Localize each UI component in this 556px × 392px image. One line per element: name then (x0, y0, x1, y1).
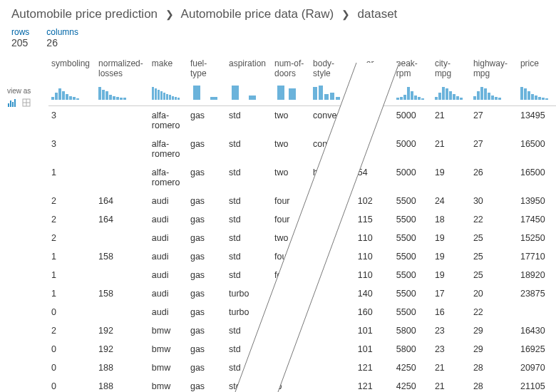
table-row[interactable]: 3alfa-romerogasstdtwoconver5000212716500 (48, 135, 556, 163)
svg-rect-31 (175, 97, 177, 100)
table-cell: audi (149, 192, 187, 210)
table-row[interactable]: 1158audigasturbofour1405500172023875 (48, 284, 556, 303)
dataset-meta: rows 205 columns 26 (0, 26, 556, 56)
table-cell: 19 (432, 229, 470, 247)
table-cell: two (272, 229, 310, 247)
table-cell: 5000 (393, 163, 432, 192)
col-header[interactable]: price (518, 56, 556, 83)
svg-rect-23 (152, 87, 154, 100)
table-cell (96, 303, 149, 321)
svg-rect-32 (177, 98, 180, 100)
table-row[interactable]: 2164audigasstdfourse1155500182217450 (48, 210, 556, 229)
table-cell (96, 135, 149, 163)
svg-rect-15 (98, 87, 101, 100)
table-cell: 2 (48, 229, 96, 247)
col-histogram (518, 83, 556, 106)
table-cell: 5800 (393, 340, 432, 359)
table-cell (355, 106, 393, 135)
svg-rect-8 (55, 93, 58, 100)
grid-view-icon[interactable] (21, 98, 33, 108)
table-cell: bmw (149, 340, 187, 359)
col-header[interactable]: peak-rpm (393, 56, 432, 83)
svg-rect-52 (435, 97, 438, 100)
table-row[interactable]: 0188bmwgasstdfo1214250212821105 (48, 377, 556, 392)
col-header[interactable]: make (149, 56, 187, 83)
table-cell: std (226, 210, 272, 229)
table-cell: audi (149, 303, 187, 321)
col-histogram (310, 83, 355, 106)
table-cell: gas (187, 135, 226, 163)
col-header[interactable]: fuel-type (187, 56, 226, 83)
table-cell: 4250 (393, 377, 432, 392)
table-cell: 4250 (393, 359, 432, 377)
histogram-view-icon[interactable] (7, 98, 19, 108)
svg-rect-21 (120, 98, 123, 100)
table-cell: four (272, 284, 310, 303)
col-header[interactable]: symboling (48, 56, 96, 83)
table-cell: 1 (48, 266, 96, 284)
col-header[interactable]: aspiration (226, 56, 272, 83)
svg-rect-46 (403, 95, 406, 100)
col-header[interactable]: city-mpg (432, 56, 470, 83)
table-cell: 25 (470, 247, 518, 266)
table-row[interactable]: 2audigasstdtwos1105500192515250 (48, 229, 556, 247)
table-cell: 2 (48, 192, 96, 210)
col-header[interactable]: body-style (310, 56, 355, 83)
table-row[interactable]: 1158audigasstdfour1105500192517710 (48, 247, 556, 266)
svg-rect-67 (498, 98, 501, 100)
table-cell: 158 (96, 247, 149, 266)
header-row: symboling normalized-losses make fuel-ty… (48, 56, 556, 83)
table-row[interactable]: 1audigasstdfour1105500192518920 (48, 266, 556, 284)
svg-rect-60 (473, 96, 476, 100)
svg-rect-9 (58, 88, 61, 100)
col-histogram (226, 83, 272, 106)
table-cell: std (226, 135, 272, 163)
svg-rect-29 (169, 95, 171, 100)
svg-rect-34 (210, 97, 217, 100)
table-cell: bmw (149, 321, 187, 340)
chevron-right-icon: ❯ (341, 9, 350, 20)
table-row[interactable]: 3alfa-romerogasstdtwoconvertib5000212713… (48, 106, 556, 135)
table-row[interactable]: 2164audigasstdfourseda1025500243013950 (48, 192, 556, 210)
table-cell: audi (149, 247, 187, 266)
table-row[interactable]: 0audigasturbotwo16055001622 (48, 303, 556, 321)
table-cell: 3 (48, 106, 96, 135)
table-cell: gas (187, 303, 226, 321)
table-row[interactable]: 1alfa-romerogasstdtwohatch54500019261650… (48, 163, 556, 192)
table-cell: 140 (355, 284, 393, 303)
svg-rect-74 (542, 98, 545, 100)
table-cell: gas (187, 284, 226, 303)
table-cell: std (226, 247, 272, 266)
table-cell: two (272, 135, 310, 163)
table-cell: 29 (470, 321, 518, 340)
table-cell: bmw (149, 359, 187, 377)
table-cell: std (226, 229, 272, 247)
svg-rect-25 (158, 90, 160, 100)
svg-rect-69 (524, 88, 527, 100)
svg-rect-20 (116, 97, 119, 100)
table-cell: 27 (470, 135, 518, 163)
svg-rect-37 (277, 86, 284, 100)
col-header[interactable]: normalized-losses (96, 56, 149, 83)
data-body: 3alfa-romerogasstdtwoconvertib5000212713… (48, 106, 556, 393)
col-header[interactable]: num-of-doors (272, 56, 310, 83)
svg-rect-22 (123, 98, 126, 100)
col-header[interactable]: highway-mpg (470, 56, 518, 83)
table-cell: 17 (432, 284, 470, 303)
breadcrumb-item[interactable]: dataset (358, 7, 398, 21)
table-cell: 22 (470, 303, 518, 321)
col-histogram (187, 83, 226, 106)
table-row[interactable]: 0192bmwgasstdfour1015800232916925 (48, 340, 556, 359)
table-row[interactable]: 2192bmwgasstdtwo1015800232916430 (48, 321, 556, 340)
svg-rect-51 (421, 98, 424, 100)
table-row[interactable]: 0188bmwgasstdtw1214250212820970 (48, 359, 556, 377)
view-as-panel: view as (3, 56, 48, 392)
breadcrumb-item[interactable]: Automobile price data (Raw) (181, 7, 334, 21)
table-cell: 15250 (518, 229, 556, 247)
breadcrumb-item[interactable]: Automobile price prediction (11, 7, 158, 21)
table-cell: two (272, 303, 310, 321)
col-header[interactable]: …er (355, 56, 393, 83)
table-cell: 21105 (518, 377, 556, 392)
table-cell: 5000 (393, 135, 432, 163)
svg-rect-27 (163, 93, 165, 100)
